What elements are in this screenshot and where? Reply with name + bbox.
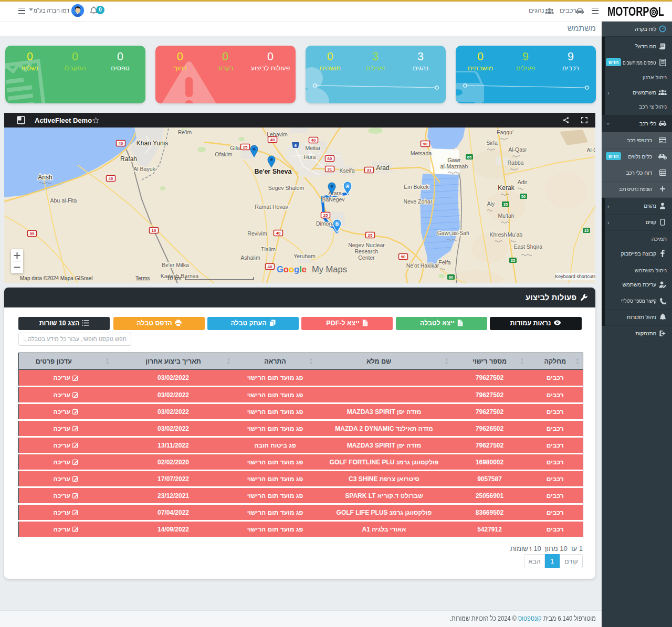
svg-text:Kerak: Kerak <box>498 184 514 192</box>
svg-text:My Maps: My Maps <box>312 264 347 274</box>
svg-text:Gawr: Gawr <box>447 157 461 163</box>
svg-text:Re'im: Re'im <box>178 129 192 135</box>
svg-text:Mu'ab: Mu'ab <box>508 231 522 238</box>
svg-text:Ofakim: Ofakim <box>215 151 233 157</box>
svg-text:Aiy: Aiy <box>487 200 495 207</box>
svg-text:Google: Google <box>277 264 307 274</box>
svg-text:40: 40 <box>109 176 113 181</box>
svg-text:Terms: Terms <box>135 275 150 281</box>
svg-text:Be'er Sheva: Be'er Sheva <box>254 168 292 175</box>
svg-text:25: 25 <box>323 213 328 218</box>
svg-text:Meitar: Meitar <box>305 145 321 151</box>
svg-text:Keyboard shortcuts: Keyboard shortcuts <box>555 274 595 279</box>
svg-text:Research: Research <box>355 248 379 254</box>
svg-text:Abu al-Fita: Abu al-Fita <box>50 197 77 204</box>
svg-text:Negev Nuclear: Negev Nuclear <box>348 242 385 248</box>
svg-text:25: 25 <box>368 233 373 238</box>
svg-text:60: 60 <box>449 275 453 280</box>
svg-text:Center: Center <box>358 254 375 261</box>
svg-text:al-Mazraah: al-Mazraah <box>440 163 468 169</box>
svg-text:90: 90 <box>423 142 428 146</box>
svg-text:Khan Yunis: Khan Yunis <box>136 140 169 147</box>
svg-text:Ein Bokek: Ein Bokek <box>404 184 429 190</box>
svg-text:90: 90 <box>401 254 406 259</box>
svg-text:Arad: Arad <box>376 164 389 172</box>
svg-text:60: 60 <box>328 156 332 161</box>
svg-text:Ne'ot Hakikar: Ne'ot Hakikar <box>406 262 439 269</box>
svg-text:Dimona: Dimona <box>316 220 335 227</box>
svg-text:31: 31 <box>328 167 332 172</box>
svg-text:Al Bayuk: Al Bayuk <box>133 166 155 172</box>
svg-text:50: 50 <box>521 194 526 199</box>
svg-text:Feifa: Feifa <box>438 259 451 265</box>
svg-text:Metsada: Metsada <box>411 150 432 156</box>
svg-text:Revivim: Revivim <box>247 230 267 237</box>
svg-text:BaNegev: BaNegev <box>322 196 345 203</box>
svg-text:Ashalim: Ashalim <box>240 254 260 261</box>
svg-text:Adir: Adir <box>518 179 528 185</box>
svg-text:Arish: Arish <box>38 174 52 181</box>
svg-text:Hura: Hura <box>304 154 316 160</box>
svg-text:Gawr as-Safi: Gawr as-Safi <box>437 230 469 236</box>
svg-text:35: 35 <box>503 202 508 207</box>
svg-text:10 km: 10 km <box>167 275 181 281</box>
svg-text:Ramat Hovav: Ramat Hovav <box>255 204 288 210</box>
svg-text:Al-Q: Al-Q <box>587 147 596 153</box>
svg-text:Segev Shalom: Segev Shalom <box>268 185 304 191</box>
svg-text:Al-Qasr: Al-Qasr <box>508 146 527 153</box>
svg-text:Neve Zohar: Neve Zohar <box>404 198 433 205</box>
svg-text:65: 65 <box>467 155 471 160</box>
svg-text:Faqqu': Faqqu' <box>497 129 513 135</box>
svg-text:10: 10 <box>152 228 156 233</box>
svg-text:Rabba: Rabba <box>508 160 524 166</box>
svg-text:Kseifa: Kseifa <box>339 167 354 174</box>
svg-text:East Shqira: East Shqira <box>514 243 542 250</box>
svg-text:Mu'tah: Mu'tah <box>498 212 514 219</box>
svg-text:35: 35 <box>511 258 515 263</box>
svg-text:Khresha: Khresha <box>489 231 510 238</box>
svg-text:Be'er Milka: Be'er Milka <box>162 262 189 268</box>
svg-text:Sirfa: Sirfa <box>486 140 498 146</box>
svg-text:40: 40 <box>268 264 272 269</box>
svg-text:55: 55 <box>30 231 35 236</box>
svg-text:Tlalim: Tlalim <box>261 246 276 252</box>
svg-text:B: B <box>335 221 339 227</box>
svg-text:6: 6 <box>295 143 297 148</box>
svg-text:Map data ©2024 Mapa GISrael: Map data ©2024 Mapa GISrael <box>20 275 93 281</box>
svg-text:Yeruham: Yeruham <box>293 253 316 259</box>
svg-text:Gilat: Gilat <box>230 145 242 151</box>
svg-text:15: 15 <box>584 228 589 233</box>
svg-text:40: 40 <box>119 141 123 146</box>
svg-text:25: 25 <box>243 145 248 150</box>
svg-text:40: 40 <box>270 137 275 142</box>
svg-text:40: 40 <box>276 231 281 236</box>
svg-text:31: 31 <box>367 168 372 173</box>
svg-text:Rafah: Rafah <box>120 155 137 163</box>
svg-text:40: 40 <box>311 138 316 143</box>
svg-text:A: A <box>346 184 349 189</box>
